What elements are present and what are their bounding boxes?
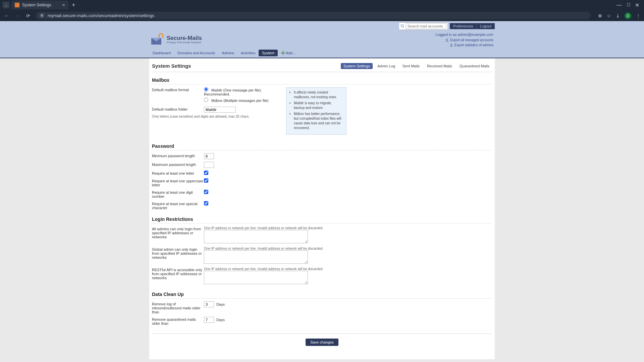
mailbox-folder-input[interactable] [204,107,236,113]
remove-log-label: Remove log of inbound/outbound mails old… [152,301,204,314]
restful-ip-textarea[interactable] [204,271,308,284]
login-info: Logged in as admin@example.com Export al… [435,32,495,48]
export-stats-link[interactable]: Export statistics of admins [454,43,493,48]
nav-admins[interactable]: Admins [218,50,237,56]
req-digit-label: Require at least one digit number [152,190,204,198]
mailbox-folder-hint: Only letters (case sensitive) and digits… [152,115,283,118]
page-title: System Settings [152,63,191,69]
subnav-sent-mails[interactable]: Sent Mails [400,63,422,69]
mailbox-format-mdbox[interactable]: Mdbox (Multiple messages per file) [204,98,283,103]
profile-avatar[interactable]: D [625,12,631,19]
site-settings-icon[interactable]: ⚙ [39,13,45,18]
back-button[interactable]: ← [3,13,10,18]
section-password-heading: Password [152,143,492,150]
remove-log-input[interactable] [204,301,214,307]
save-button[interactable]: Save changes [306,339,338,346]
close-window-button[interactable]: ✕ [635,2,639,8]
url-bar[interactable]: ⚙ mymail.secure-mails.com/secureadmin/sy… [36,12,591,19]
nav-dashboard[interactable]: Dashboard [149,50,174,56]
all-admins-ip-hint: One IP address or network per line. Inva… [204,226,492,230]
search-icon [400,24,405,28]
mailbox-format-maildir[interactable]: Maildir (One message per file). Recommen… [204,87,283,96]
reload-button[interactable]: ⟳ [25,13,32,18]
download-icon [450,43,453,47]
remove-log-unit: Days [216,302,225,306]
logged-in-prefix: Logged in as [435,33,458,37]
logo[interactable]: Secure-Mails Privacy First Email Solutio… [149,35,202,45]
tab-favicon-icon [15,3,19,7]
global-admin-ip-label: Global admin can only login from specifi… [152,247,204,259]
search-input[interactable] [406,23,446,29]
subnav-system-settings[interactable]: System Settings [341,63,373,69]
mailbox-info-3: Mdbox has better performance, but corrup… [294,112,343,130]
preferences-link[interactable]: Preferences [450,23,476,29]
subnav-quarantined-mails[interactable]: Quarantined Mails [457,63,492,69]
nav-add[interactable]: Add... [278,50,299,56]
nav-system[interactable]: System [259,50,278,56]
plus-icon [281,51,285,55]
restful-ip-hint: One IP address or network per line. Inva… [204,267,492,271]
req-upper-label: Require at least one uppercase letter [152,178,204,187]
mailbox-info-box: It affects newly created mailboxes, not … [286,87,346,135]
req-special-label: Require at least one special character [152,201,204,210]
browser-chrome: ⌄ System Settings × + — ▢ ✕ ← → ⟳ ⚙ myma… [0,0,644,21]
new-tab-button[interactable]: + [72,2,75,9]
download-icon [445,38,449,42]
req-letter-label: Require at least one letter [152,171,204,175]
export-accounts-link[interactable]: Export all managed accounts [450,38,493,43]
req-letter-checkbox[interactable] [204,171,208,175]
tab-title: System Settings [22,3,51,7]
forward-button[interactable]: → [14,13,21,18]
min-password-label: Minimum password length [152,153,204,158]
section-login-restrictions-heading: Login Restrictions [152,217,492,224]
subnav-received-mails[interactable]: Received Mails [424,63,455,69]
req-upper-checkbox[interactable] [204,178,208,183]
section-data-cleanup-heading: Data Clean Up [152,292,492,299]
search-wrap [399,22,448,30]
main-nav: Dashboard Domains and Accounts Admins Ac… [149,48,495,58]
global-admin-ip-hint: One IP address or network per line. Inva… [204,247,492,250]
logo-mark-icon [151,35,164,45]
minimize-button[interactable]: — [616,2,622,8]
content-wrap: System Settings System Settings Admin Lo… [149,58,495,359]
req-special-checkbox[interactable] [204,201,208,205]
mailbox-format-label: Default mailbox format [152,87,204,92]
restful-ip-label: RESTful API is accessible only from spec… [152,267,204,280]
mailbox-info-1: It affects newly created mailboxes, not … [294,90,343,100]
tab-search-button[interactable]: ⌄ [3,2,9,8]
nav-domains[interactable]: Domains and Accounts [174,50,219,56]
browser-tab[interactable]: System Settings × [11,1,68,9]
titlebar: System Settings System Settings Admin Lo… [152,62,492,72]
maximize-button[interactable]: ▢ [627,2,630,8]
min-password-input[interactable] [204,153,214,159]
nav-bar: ← → ⟳ ⚙ mymail.secure-mails.com/securead… [0,10,644,21]
nav-activities[interactable]: Activities [237,50,259,56]
remove-quarantine-input[interactable] [204,317,214,323]
zoom-icon[interactable]: ⊕ [598,13,602,18]
subnav-admin-log[interactable]: Admin Log [375,63,398,69]
menu-icon[interactable]: ⋮ [636,13,641,18]
all-admins-ip-textarea[interactable] [204,230,308,243]
bookmark-icon[interactable]: ☆ [607,13,611,18]
downloads-icon[interactable]: ⤓ [616,13,620,18]
logo-text: Secure-Mails Privacy First Email Solutio… [167,35,202,44]
max-password-input[interactable] [204,162,214,168]
tab-bar: ⌄ System Settings × + — ▢ ✕ [0,0,644,10]
all-admins-ip-label: All admins can only login from specified… [152,226,204,239]
max-password-label: Maximum password length [152,162,204,167]
url-text: mymail.secure-mails.com/secureadmin/syst… [48,13,154,18]
subnav: System Settings Admin Log Sent Mails Rec… [341,63,492,69]
mailbox-info-2: Maildir is easy to migrate, backup and r… [294,101,343,110]
logged-in-user-link[interactable]: admin@example.com [458,33,493,37]
mailbox-format-maildir-radio[interactable] [204,87,208,92]
req-digit-checkbox[interactable] [204,190,208,194]
header-band: Preferences Logout Secure-Mails Privacy … [0,21,644,58]
mailbox-format-mdbox-radio[interactable] [204,98,208,102]
global-admin-ip-textarea[interactable] [204,250,308,264]
logout-link[interactable]: Logout [476,23,495,29]
section-mailbox-heading: Mailbox [152,77,492,84]
tab-close-button[interactable]: × [62,2,65,8]
remove-quarantine-label: Remove quarantined mails older than [152,317,204,325]
page-viewport: Preferences Logout Secure-Mails Privacy … [0,21,644,362]
mailbox-folder-label: Default mailbox folder [152,107,204,111]
